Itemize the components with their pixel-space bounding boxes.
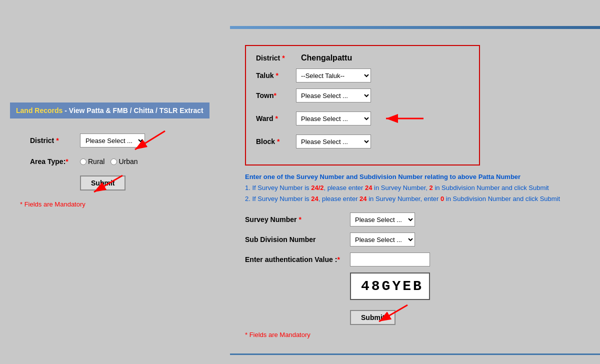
svg-line-1 <box>135 131 165 150</box>
right-ward-row: Ward * Please Select ... <box>256 108 469 128</box>
left-panel: Land Records - View Patta & FMB / Chitta… <box>0 0 225 364</box>
district-label: District * <box>30 136 80 144</box>
right-panel: District * Chengalpattu Taluk * --Select… <box>230 35 590 348</box>
auth-row: Enter authentication Value :* <box>245 252 575 266</box>
taluk-select[interactable]: --Select Taluk-- <box>296 68 371 82</box>
area-type-row: Area Type:* Rural Urban <box>30 158 215 166</box>
district-value: Chengalpattu <box>301 54 352 62</box>
highlight-1a: 24/2 <box>311 184 324 192</box>
arrow-ward <box>381 108 426 128</box>
rural-radio[interactable] <box>80 158 86 165</box>
block-select[interactable]: Please Select ... <box>296 134 371 148</box>
urban-option[interactable]: Urban <box>110 158 138 166</box>
right-town-label: Town* <box>256 92 296 100</box>
right-district-label: District * <box>256 54 296 62</box>
title-land: Land Records <box>16 106 62 114</box>
arrow-submit-bottom <box>375 302 410 325</box>
subdivision-label: Sub Division Number <box>245 236 350 244</box>
left-mandatory-note: * Fields are Mandatory <box>20 200 215 208</box>
right-taluk-row: Taluk * --Select Taluk-- <box>256 68 469 82</box>
survey-number-select[interactable]: Please Select ... <box>350 212 415 226</box>
instructions-section: Enter one of the Survey Number and Subdi… <box>245 173 575 204</box>
auth-label: Enter authentication Value :* <box>245 256 350 264</box>
rural-label: Rural <box>88 158 104 166</box>
right-town-row: Town* Please Select ... <box>256 88 469 102</box>
highlight-2c: 0 <box>440 195 444 202</box>
svg-line-3 <box>94 176 122 192</box>
area-type-label: Area Type:* <box>30 158 80 166</box>
area-type-options: Rural Urban <box>80 158 138 166</box>
survey-number-row: Survey Number * Please Select ... <box>245 212 575 226</box>
svg-line-7 <box>379 305 408 322</box>
subdivision-select[interactable]: Please Select ... <box>350 232 415 246</box>
right-block-row: Block * Please Select ... <box>256 134 469 148</box>
highlight-2a: 24 <box>311 195 318 202</box>
right-block-label: Block * <box>256 138 296 146</box>
page-title-bar: Land Records - View Patta & FMB / Chitta… <box>10 102 210 118</box>
title-rest: - View Patta & FMB / Chitta / TSLR Extra… <box>62 106 203 114</box>
right-ward-label: Ward * <box>256 114 296 122</box>
survey-number-label: Survey Number * <box>245 216 350 224</box>
highlight-1c: 2 <box>430 184 433 192</box>
subdivision-row: Sub Division Number Please Select ... <box>245 232 575 246</box>
arrow-district <box>130 128 170 154</box>
ward-select[interactable]: Please Select ... <box>296 112 371 126</box>
instructions-title: Enter one of the Survey Number and Subdi… <box>245 173 575 180</box>
right-taluk-label: Taluk * <box>256 72 296 80</box>
bottom-submit-container: Submit <box>245 305 575 325</box>
patta-form-box: District * Chengalpattu Taluk * --Select… <box>245 45 480 166</box>
instruction-1: 1. If Survey Number is 24/2, please ente… <box>245 184 575 192</box>
survey-section: Survey Number * Please Select ... Sub Di… <box>245 212 575 338</box>
captcha-display: 48GYEB <box>350 272 430 300</box>
town-select[interactable]: Please Select ... <box>296 88 371 102</box>
rural-option[interactable]: Rural <box>80 158 104 166</box>
instruction-2: 2. If Survey Number is 24, please enter … <box>245 194 575 204</box>
arrow-submit-left <box>90 173 125 196</box>
top-blue-bar <box>230 26 600 29</box>
right-district-row: District * Chengalpattu <box>256 54 469 62</box>
urban-label: Urban <box>118 158 138 166</box>
right-mandatory-note: * Fields are Mandatory <box>245 331 575 338</box>
bottom-blue-bar <box>230 354 600 355</box>
highlight-1b: 24 <box>365 184 372 192</box>
district-row: District * Please Select ... <box>30 134 215 148</box>
highlight-2b: 24 <box>360 195 366 202</box>
auth-input[interactable] <box>350 252 430 266</box>
urban-radio[interactable] <box>110 158 117 165</box>
